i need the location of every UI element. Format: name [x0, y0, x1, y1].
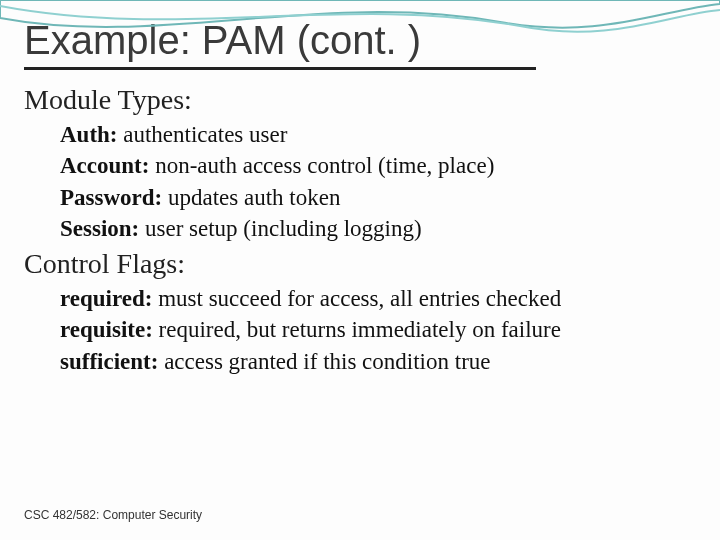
list-item: Session: user setup (including logging): [60, 214, 696, 243]
section-heading: Module Types:: [24, 84, 696, 116]
footer-course-label: CSC 482/582: Computer Security: [24, 508, 202, 522]
list-item: Auth: authenticates user: [60, 120, 696, 149]
list-item: sufficient: access granted if this condi…: [60, 347, 696, 376]
slide-title: Example: PAM (cont. ): [24, 18, 720, 63]
list-item: Password: updates auth token: [60, 183, 696, 212]
list-item: Account: non-auth access control (time, …: [60, 151, 696, 180]
section-heading: Control Flags:: [24, 248, 696, 280]
list-item: required: must succeed for access, all e…: [60, 284, 696, 313]
list-item: requisite: required, but returns immedia…: [60, 315, 696, 344]
slide-body: Module Types: Auth: authenticates user A…: [24, 84, 696, 376]
title-underline: [24, 67, 536, 70]
